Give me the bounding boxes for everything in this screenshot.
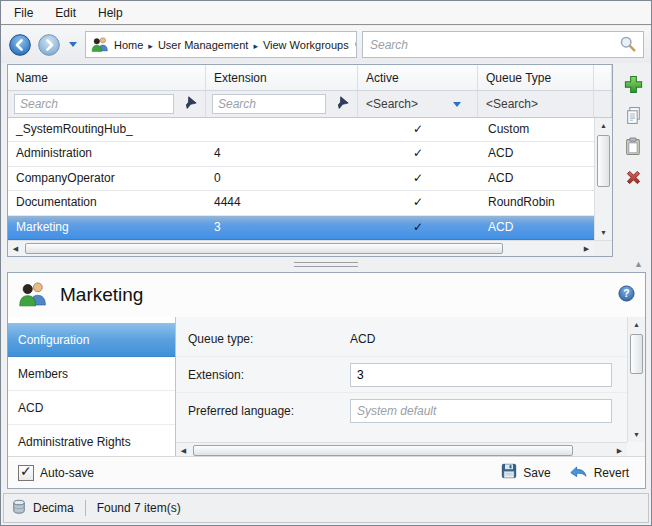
form-vertical-scrollbar[interactable]: [627, 317, 645, 442]
detail-header: Marketing ?: [8, 273, 645, 317]
queue-type-label: Queue type:: [188, 332, 350, 346]
copy-button[interactable]: [622, 104, 644, 126]
cell-extension: 4444: [206, 191, 358, 214]
preferred-language-label: Preferred language:: [188, 404, 350, 418]
table-horizontal-scrollbar[interactable]: [8, 241, 594, 256]
active-check-icon: ✓: [358, 191, 478, 214]
active-check-icon: ✓: [358, 142, 478, 165]
help-icon[interactable]: ?: [618, 285, 635, 305]
cell-queue-type: ACD: [478, 216, 594, 239]
column-header-name[interactable]: Name: [8, 65, 206, 90]
paste-icon: [628, 142, 636, 152]
scrollbar-thumb[interactable]: [630, 334, 643, 374]
save-floppy-icon: [501, 463, 517, 482]
breadcrumb-view-workgroups[interactable]: View Workgroups: [261, 38, 351, 52]
refresh-icon[interactable]: [354, 36, 357, 54]
save-label: Save: [523, 466, 550, 480]
menu-bar: File Edit Help: [1, 1, 651, 25]
status-bar: Decima Found 7 item(s): [3, 493, 649, 523]
forward-arrow-icon: [37, 33, 61, 57]
tab-administrative-rights[interactable]: Administrative Rights: [8, 425, 175, 459]
global-search-input[interactable]: [370, 38, 613, 52]
queue-type-filter-dropdown[interactable]: <Search>: [478, 91, 594, 117]
active-filter-dropdown[interactable]: <Search>: [358, 91, 478, 117]
column-header-extension[interactable]: Extension: [206, 65, 358, 90]
scrollbar-corner: [594, 241, 612, 256]
column-header-spacer: [594, 65, 612, 90]
revert-arrow-icon: [569, 464, 588, 482]
global-search-box: [362, 31, 644, 58]
cell-name: Documentation: [8, 191, 206, 214]
cell-extension: [206, 118, 358, 141]
column-header-queue-type[interactable]: Queue Type: [478, 65, 594, 90]
back-button[interactable]: [8, 33, 32, 57]
database-icon: [12, 498, 26, 518]
scroll-up-icon[interactable]: [595, 118, 612, 133]
table-row-selected[interactable]: Marketing 3 ✓ ACD: [8, 216, 594, 240]
cell-queue-type: Custom: [478, 118, 594, 141]
scroll-up-icon[interactable]: [628, 317, 645, 332]
table-row[interactable]: _SystemRoutingHub_ ✓ Custom: [8, 118, 594, 142]
breadcrumb: Home User Management View Workgroups: [85, 31, 357, 58]
cell-name: Administration: [8, 142, 206, 165]
paste-button[interactable]: [622, 135, 644, 157]
panel-splitter[interactable]: ▲: [1, 258, 651, 271]
status-app-name: Decima: [33, 501, 74, 515]
autosave-checkbox[interactable]: ✓: [18, 465, 34, 481]
extension-filter-cell: [206, 91, 358, 117]
menu-file[interactable]: File: [3, 3, 44, 23]
filter-funnel-icon[interactable]: [331, 94, 351, 114]
save-button[interactable]: Save: [495, 460, 556, 485]
revert-button[interactable]: Revert: [563, 461, 635, 485]
cell-queue-type: ACD: [478, 142, 594, 165]
workgroups-icon: [91, 36, 109, 54]
preferred-language-field[interactable]: [350, 399, 612, 423]
menu-help[interactable]: Help: [87, 3, 134, 23]
tab-acd[interactable]: ACD: [8, 391, 175, 425]
tab-configuration[interactable]: Configuration: [8, 323, 175, 357]
tab-members[interactable]: Members: [8, 357, 175, 391]
queue-type-value: ACD: [350, 332, 612, 346]
filter-funnel-icon[interactable]: [179, 94, 199, 114]
workgroup-icon: [18, 280, 48, 310]
table-header-row: Name Extension Active Queue Type: [8, 65, 612, 91]
add-workgroup-button[interactable]: [622, 73, 644, 95]
queue-type-filter-value: <Search>: [484, 97, 538, 111]
scroll-left-icon[interactable]: [8, 241, 23, 256]
plus-icon: [625, 76, 641, 92]
search-icon[interactable]: [619, 35, 636, 55]
scroll-right-icon[interactable]: [579, 241, 594, 256]
extension-filter-input[interactable]: [212, 94, 326, 114]
queue-type-row: Queue type: ACD: [176, 321, 627, 357]
autosave-label: Auto-save: [40, 466, 94, 480]
name-filter-input[interactable]: [14, 94, 174, 114]
cell-extension: 0: [206, 167, 358, 190]
collapse-panel-icon[interactable]: ▲: [634, 259, 643, 269]
app-window: File Edit Help: [0, 0, 652, 526]
dropdown-arrow-icon: [453, 102, 461, 107]
table-row[interactable]: CompanyOperator 0 ✓ ACD: [8, 167, 594, 191]
checkmark-icon: ✓: [20, 463, 32, 479]
active-check-icon: ✓: [358, 216, 478, 239]
history-dropdown-icon[interactable]: [69, 42, 77, 47]
scrollbar-thumb[interactable]: [193, 445, 573, 456]
scroll-down-icon[interactable]: [628, 427, 645, 442]
preferred-language-row: Preferred language:: [176, 393, 627, 429]
scrollbar-thumb[interactable]: [597, 135, 610, 187]
column-header-active[interactable]: Active: [358, 65, 478, 90]
table-row[interactable]: Documentation 4444 ✓ RoundRobin: [8, 191, 594, 215]
breadcrumb-home[interactable]: Home: [112, 38, 145, 52]
breadcrumb-user-management[interactable]: User Management: [156, 38, 251, 52]
menu-edit[interactable]: Edit: [44, 3, 87, 23]
breadcrumb-separator-icon: [148, 39, 153, 51]
cell-name: _SystemRoutingHub_: [8, 118, 206, 141]
scroll-down-icon[interactable]: [595, 225, 612, 240]
scrollbar-thumb[interactable]: [25, 243, 503, 254]
extension-row: Extension:: [176, 357, 627, 393]
delete-button[interactable]: [622, 166, 644, 188]
extension-field[interactable]: [350, 363, 612, 387]
cell-queue-type: ACD: [478, 167, 594, 190]
table-row[interactable]: Administration 4 ✓ ACD: [8, 142, 594, 166]
table-vertical-scrollbar[interactable]: [594, 118, 612, 240]
forward-button[interactable]: [37, 33, 61, 57]
